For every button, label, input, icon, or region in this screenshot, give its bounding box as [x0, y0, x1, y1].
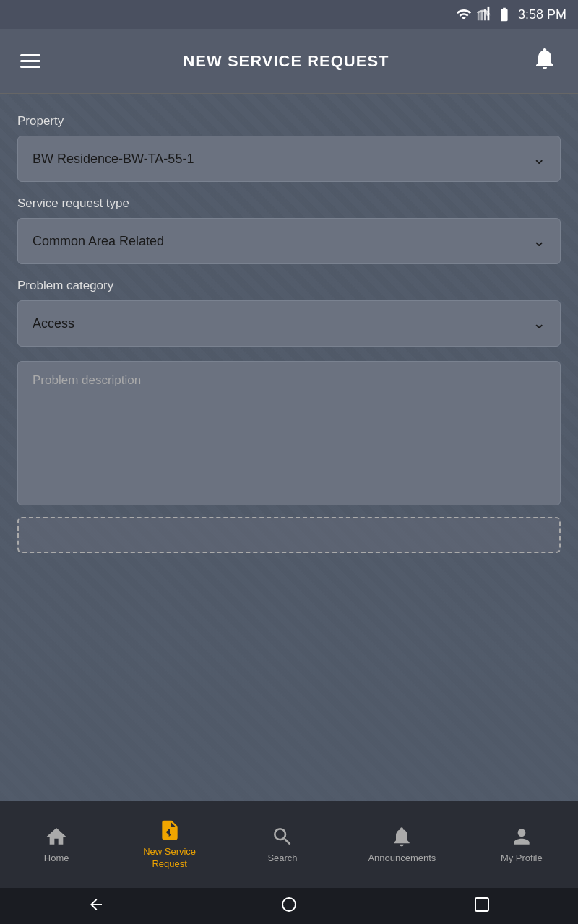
- menu-line-2: [20, 60, 40, 62]
- bell-icon: [532, 45, 558, 71]
- svg-rect-5: [475, 898, 488, 911]
- recents-button[interactable]: [467, 890, 496, 923]
- menu-button[interactable]: [14, 48, 46, 74]
- problem-category-chevron-icon: ⌄: [532, 314, 545, 333]
- battery-icon: [496, 6, 512, 22]
- svg-point-4: [282, 898, 296, 911]
- property-dropdown[interactable]: BW Residence-BW-TA-55-1 ⌄: [17, 136, 561, 182]
- square-icon: [473, 896, 491, 913]
- svg-rect-3: [488, 7, 490, 20]
- my-profile-icon: [510, 825, 533, 848]
- attachment-area[interactable]: [17, 517, 561, 553]
- nav-label-new-service-request: New ServiceRequest: [143, 846, 196, 871]
- nav-item-search[interactable]: Search: [246, 819, 319, 871]
- service-type-chevron-icon: ⌄: [532, 232, 545, 250]
- property-label: Property: [17, 114, 561, 128]
- home-system-button[interactable]: [275, 890, 303, 923]
- nav-item-new-service-request[interactable]: New ServiceRequest: [134, 813, 206, 876]
- nav-item-my-profile[interactable]: My Profile: [486, 819, 558, 871]
- wifi-icon: [456, 6, 472, 22]
- status-icons: [456, 6, 512, 22]
- nav-label-my-profile: My Profile: [501, 853, 543, 865]
- service-type-dropdown[interactable]: Common Area Related ⌄: [17, 218, 561, 264]
- problem-category-value: Access: [33, 316, 74, 331]
- notification-bell-button[interactable]: [526, 40, 564, 82]
- nav-label-home: Home: [44, 853, 69, 865]
- service-type-value: Common Area Related: [33, 234, 164, 249]
- form-container: Property BW Residence-BW-TA-55-1 ⌄ Servi…: [17, 114, 561, 553]
- problem-category-label: Problem category: [17, 279, 561, 293]
- menu-line-3: [20, 66, 40, 68]
- svg-rect-2: [484, 9, 486, 21]
- new-service-request-icon: [158, 819, 181, 842]
- problem-category-dropdown[interactable]: Access ⌄: [17, 300, 561, 346]
- problem-description-wrapper[interactable]: [17, 361, 561, 505]
- search-icon: [271, 825, 294, 848]
- svg-rect-1: [480, 11, 483, 20]
- menu-line-1: [20, 54, 40, 56]
- service-type-label: Service request type: [17, 196, 561, 211]
- signal-icon: [476, 6, 492, 22]
- nav-label-announcements: Announcements: [368, 853, 436, 865]
- nav-label-search: Search: [267, 853, 297, 865]
- circle-icon: [280, 896, 298, 913]
- status-bar: 3:58 PM: [0, 0, 578, 29]
- app-header: NEW SERVICE REQUEST: [0, 29, 578, 94]
- property-value: BW Residence-BW-TA-55-1: [33, 152, 194, 167]
- system-navigation-bar: [0, 888, 578, 924]
- bottom-navigation: Home New ServiceRequest Search Announcem…: [0, 801, 578, 888]
- nav-item-announcements[interactable]: Announcements: [359, 819, 444, 871]
- home-icon: [45, 825, 68, 848]
- back-icon: [87, 896, 105, 913]
- page-title: NEW SERVICE REQUEST: [183, 52, 389, 71]
- nav-item-home[interactable]: Home: [20, 819, 92, 871]
- problem-description-input[interactable]: [33, 373, 545, 493]
- main-content: Property BW Residence-BW-TA-55-1 ⌄ Servi…: [0, 94, 578, 801]
- back-button[interactable]: [82, 890, 111, 923]
- announcements-icon: [390, 825, 413, 848]
- svg-rect-0: [478, 13, 480, 20]
- property-chevron-icon: ⌄: [532, 149, 545, 168]
- status-time: 3:58 PM: [518, 7, 566, 22]
